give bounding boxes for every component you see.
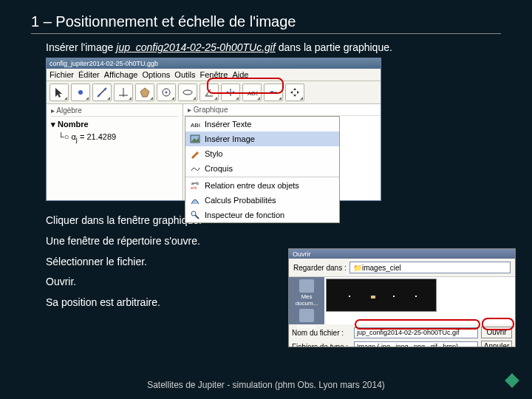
svg-text:a≠b: a≠b [191,185,197,190]
text-icon: ABC [190,119,200,129]
menu-bar: Fichier Éditer Affichage Options Outils … [47,69,381,81]
svg-point-3 [104,89,106,91]
menu-relation[interactable]: a=ba≠b Relation entre deux objets [185,178,339,193]
slide-title-bar: 1 – Positionnement et échelle de l'image [31,13,501,34]
intro-text: Insérer l'image jup_config2014-02-25-0h0… [46,41,489,53]
svg-marker-6 [140,88,149,97]
filename-input[interactable]: jup_config2014-02-25-0h00TUc.gif [354,327,478,338]
places-sidebar: Mes docum... Bureau [289,277,324,324]
menu-item[interactable]: Éditer [78,70,100,79]
tool-text[interactable]: ABC [242,83,262,101]
tool-line[interactable] [92,83,112,101]
svg-point-2 [98,95,100,97]
svg-line-22 [195,215,199,219]
filetype-combo[interactable]: Image (.jpg, .jpeg, .png, .gif, .bmp) [354,341,478,348]
graphics-panel[interactable]: ▸ Graphique ABC Insérer Texte Insérer Im… [183,104,381,200]
proba-icon [190,195,200,205]
cancel-button[interactable]: Annuler [481,341,512,347]
tool-circle[interactable] [157,83,176,101]
sidebar-item[interactable]: Mes docum... [290,279,323,307]
menu-sketch[interactable]: Croquis [185,161,339,176]
step: Une fenêtre de répertoire s'ouvre. [46,235,532,248]
algebra-panel: ▸ Algèbre ▾ Nombre └○ αj = 21.4289 [47,104,183,200]
sidebar-item[interactable]: Bureau [290,309,323,330]
menu-item[interactable]: Affichage [104,70,138,79]
filetype-label: Fichiers de type : [292,343,351,348]
slide-title: 1 – Positionnement et échelle de l'image [31,13,501,30]
filename: jup_config2014-02-25-0h00TUc.gif [116,41,276,53]
dialog-title: Ouvrir [289,249,515,259]
tool-move-view[interactable] [285,83,304,101]
svg-point-10 [227,92,229,94]
tool-angle[interactable] [200,83,219,101]
tool-conic[interactable] [178,83,197,101]
file-dialog-screenshot: Ouvrir Regarder dans : 📁 images_ciel Mes… [288,248,516,347]
geogebra-screenshot: config_jupiter2014-02-25-0h0TU.ggb Fichi… [46,58,381,201]
menu-probability[interactable]: Calculs Probabilités [185,193,339,208]
look-in-label: Regarder dans : [293,264,347,272]
file-list[interactable] [324,277,515,324]
filename-label: Nom du fichier : [292,329,351,337]
tool-transform[interactable] [221,83,240,101]
menu-pen[interactable]: Stylo [185,146,339,161]
svg-text:ABC: ABC [248,90,258,97]
look-in-combo[interactable]: 📁 images_ciel [349,262,511,273]
window-titlebar: config_jupiter2014-02-25-0h0TU.ggb [47,58,381,69]
menu-item[interactable]: Fichier [50,70,74,79]
svg-point-9 [183,90,192,95]
toolbar: ABC [47,81,381,104]
tool-pointer[interactable] [50,83,69,101]
menu-item[interactable]: Aide [232,70,248,79]
file-thumbnail[interactable] [326,279,437,312]
svg-point-11 [233,92,235,94]
svg-point-0 [78,90,83,95]
tool-slider[interactable] [264,83,283,101]
svg-text:ABC: ABC [191,122,200,129]
pen-icon [190,149,200,159]
svg-point-15 [270,91,273,94]
context-menu: ABC Insérer Texte Insérer Image Stylo Cr… [185,116,340,223]
svg-point-8 [166,92,168,94]
tool-point[interactable] [71,83,90,101]
tool-perpendicular[interactable] [114,83,133,101]
menu-item[interactable]: Outils [174,70,195,79]
image-icon [190,134,200,144]
open-button[interactable]: Ouvrir [481,327,512,338]
menu-insert-text[interactable]: ABC Insérer Texte [185,117,339,132]
tool-polygon[interactable] [135,83,154,101]
inspector-icon [190,210,200,220]
footer-text: Satellites de Jupiter - simulation (phm … [0,380,532,390]
sketch-icon [190,163,200,174]
relation-icon: a=ba≠b [190,180,200,191]
menu-item[interactable]: Fenêtre [200,70,228,79]
menu-item[interactable]: Options [142,70,170,79]
menu-insert-image[interactable]: Insérer Image [185,132,339,146]
algebra-value: └○ αj = 21.4289 [51,132,178,143]
menu-inspector[interactable]: Inspecteur de fonction [185,208,339,222]
